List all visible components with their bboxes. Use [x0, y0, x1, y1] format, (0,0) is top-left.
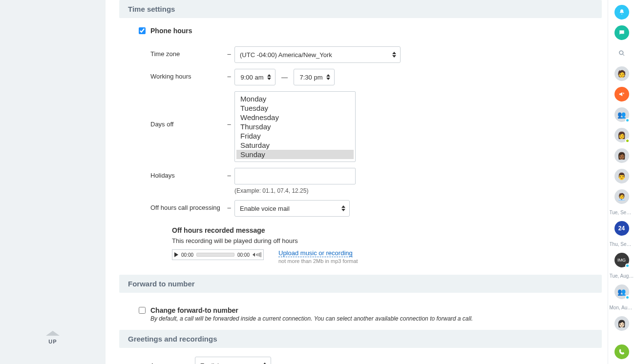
rail-timestamp: Mon, Aug… — [610, 305, 634, 310]
dash: – — [186, 362, 190, 364]
timezone-value: (UTC -04:00) America/New_York — [240, 51, 332, 59]
forward-label: Change forward-to number — [150, 306, 238, 314]
day-option[interactable]: Monday — [236, 94, 354, 103]
dash: – — [224, 91, 234, 128]
contact-avatar[interactable]: 👥 — [614, 284, 629, 299]
audio-player[interactable]: 00:00 00:00 — [172, 249, 264, 260]
offhours-processing-value: Enable voice mail — [240, 205, 290, 212]
announce-button[interactable] — [614, 87, 629, 101]
megaphone-icon — [618, 91, 625, 98]
language-select[interactable]: English — [195, 357, 271, 364]
chat-button[interactable] — [614, 25, 629, 40]
call-button[interactable] — [614, 344, 629, 359]
offhours-rec-title: Off hours recorded message — [172, 226, 602, 234]
offhours-rec-desc: This recording will be played during off… — [172, 237, 602, 244]
language-label: Language — [151, 362, 181, 364]
day-option[interactable]: Sunday — [236, 150, 354, 159]
rail-timestamp: Tue, Sept… — [610, 210, 634, 215]
search-button[interactable] — [614, 46, 629, 61]
volume-icon[interactable] — [253, 252, 261, 257]
dash: – — [224, 46, 234, 58]
offhours-processing-select[interactable]: Enable voice mail — [234, 200, 350, 217]
working-to-select[interactable]: 7:30 pm — [294, 69, 335, 85]
scroll-up-button[interactable]: UP — [46, 331, 60, 344]
forward-checkbox[interactable] — [139, 307, 146, 314]
select-arrows-icon — [341, 205, 345, 211]
play-icon[interactable] — [174, 252, 178, 257]
day-option[interactable]: Thursday — [236, 122, 354, 131]
day-option[interactable]: Friday — [236, 131, 354, 141]
timezone-select[interactable]: (UTC -04:00) America/New_York — [234, 46, 401, 63]
select-arrows-icon — [392, 52, 396, 58]
search-icon — [618, 50, 625, 57]
phone-icon — [618, 348, 625, 355]
upload-hint: not more than 2Mb in mp3 format — [278, 258, 358, 264]
language-value: English — [200, 362, 221, 364]
audio-progress[interactable] — [196, 253, 234, 257]
section-time-settings: Time settings — [119, 0, 602, 18]
day-option[interactable]: Wednesday — [236, 113, 354, 122]
contact-avatar[interactable]: IMG — [614, 253, 629, 267]
daysoff-label: Days off — [150, 91, 224, 128]
daysoff-listbox[interactable]: Monday Tuesday Wednesday Thursday Friday… — [234, 91, 356, 162]
holidays-hint: (Example: 01.1, 07.4, 12.25) — [234, 187, 602, 194]
chat-icon — [618, 29, 625, 36]
rail-timestamp: Thu, Sept… — [610, 242, 634, 247]
dash: — — [281, 74, 288, 81]
contact-avatar[interactable]: 👥 — [614, 107, 629, 122]
select-arrows-icon — [267, 74, 271, 80]
phone-hours-checkbox[interactable] — [139, 27, 146, 34]
forward-description: By default, a call will be forwarded ins… — [150, 315, 602, 322]
working-hours-label: Working hours — [150, 69, 224, 80]
right-rail: 🧑 👥 👩 👩🏾 👨 🧑‍💼 Tue, Sept… 24 Thu, Sept… … — [608, 0, 635, 364]
offhours-label: Off hours call processing — [150, 200, 224, 211]
left-sidebar: UP — [0, 0, 106, 364]
dash: – — [224, 200, 234, 211]
dash: – — [224, 168, 234, 179]
holidays-label: Holidays — [150, 168, 224, 179]
rail-timestamp: Tue, Aug… — [610, 273, 634, 279]
select-arrows-icon — [326, 74, 330, 80]
holidays-input[interactable] — [234, 168, 356, 184]
bell-icon — [618, 9, 625, 16]
notifications-button[interactable] — [614, 5, 629, 20]
audio-time-start: 00:00 — [181, 252, 193, 258]
contact-avatar[interactable]: 🧑‍💼 — [614, 189, 629, 204]
working-to-value: 7:30 pm — [300, 74, 323, 81]
upload-recording-link[interactable]: Upload music or recording — [278, 249, 353, 257]
section-forward: Forward to number — [119, 275, 602, 293]
contact-avatar[interactable]: 👩🏻 — [614, 316, 629, 331]
day-option[interactable]: Tuesday — [236, 103, 354, 113]
dash: – — [224, 69, 234, 80]
section-greetings: Greetings and recordings — [119, 330, 602, 348]
working-from-value: 9:00 am — [241, 74, 264, 81]
contact-avatar[interactable]: 👩🏾 — [614, 148, 629, 163]
day-option[interactable]: Saturday — [236, 141, 354, 150]
timezone-label: Time zone — [150, 46, 224, 58]
audio-time-end: 00:00 — [237, 252, 250, 258]
working-from-select[interactable]: 9:00 am — [234, 69, 275, 85]
chevron-up-icon — [46, 331, 60, 336]
phone-hours-label: Phone hours — [150, 27, 192, 35]
badge-24[interactable]: 24 — [614, 221, 629, 236]
main-content: Time settings Phone hours Time zone – (U… — [106, 0, 608, 364]
contact-avatar[interactable]: 👨 — [614, 169, 629, 183]
contact-avatar[interactable]: 👩 — [614, 128, 629, 142]
contact-avatar[interactable]: 🧑 — [614, 66, 629, 81]
scroll-up-label: UP — [46, 339, 60, 344]
